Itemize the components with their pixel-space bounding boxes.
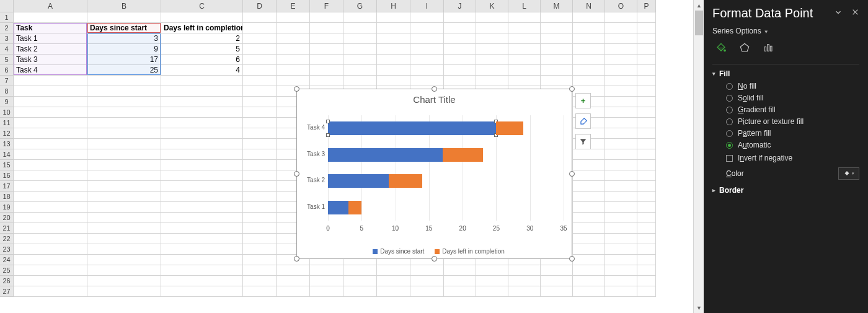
cell-O24[interactable]: [605, 255, 637, 265]
cell-C18[interactable]: [161, 192, 243, 202]
chart-bar-series1[interactable]: [328, 148, 443, 162]
cell-O5[interactable]: [605, 55, 637, 65]
cell-D10[interactable]: [243, 107, 277, 118]
cell-A17[interactable]: [14, 181, 87, 192]
cell-A23[interactable]: [14, 244, 87, 255]
select-all-corner[interactable]: [0, 0, 14, 12]
cell-D8[interactable]: [243, 86, 277, 97]
chart-resize-handle[interactable]: [569, 256, 575, 262]
cell-P15[interactable]: [637, 160, 656, 170]
scroll-thumb[interactable]: [695, 11, 703, 35]
chart-styles-button[interactable]: [575, 113, 591, 129]
radio-picture-fill[interactable]: Picture or texture fill: [726, 117, 859, 126]
cell-H2[interactable]: [377, 23, 410, 33]
cell-O14[interactable]: [605, 149, 637, 160]
cell-A12[interactable]: [14, 128, 87, 139]
chart-title[interactable]: Chart Title: [297, 89, 572, 107]
cell-C5[interactable]: 6: [161, 55, 243, 65]
row-header-2[interactable]: 2: [0, 23, 14, 33]
cell-P25[interactable]: [637, 265, 656, 276]
cell-G3[interactable]: [343, 33, 377, 44]
column-header-N[interactable]: N: [573, 0, 605, 12]
radio-solid-fill[interactable]: Solid fill: [726, 94, 859, 102]
cell-K25[interactable]: [476, 265, 508, 276]
cell-N27[interactable]: [573, 286, 605, 297]
checkbox-invert-negative[interactable]: Invert if negative: [726, 154, 859, 162]
cell-G1[interactable]: [343, 12, 377, 23]
column-header-P[interactable]: P: [637, 0, 656, 12]
cell-N20[interactable]: [573, 213, 605, 223]
cell-P4[interactable]: [637, 44, 656, 55]
cell-A15[interactable]: [14, 160, 87, 170]
cell-O8[interactable]: [605, 86, 637, 97]
radio-pattern-fill[interactable]: Pattern fill: [726, 129, 859, 138]
column-header-C[interactable]: C: [161, 0, 243, 12]
cell-N4[interactable]: [573, 44, 605, 55]
chart-resize-handle[interactable]: [569, 171, 575, 177]
cell-A25[interactable]: [14, 265, 87, 276]
cell-E7[interactable]: [277, 76, 310, 86]
cell-C7[interactable]: [161, 76, 243, 86]
cell-P26[interactable]: [637, 276, 656, 286]
column-header-G[interactable]: G: [343, 0, 377, 12]
row-header-11[interactable]: 11: [0, 118, 14, 128]
chart-elements-button[interactable]: +: [575, 93, 591, 108]
cell-J7[interactable]: [444, 76, 476, 86]
cell-O23[interactable]: [605, 244, 637, 255]
row-header-6[interactable]: 6: [0, 65, 14, 76]
cell-D20[interactable]: [243, 213, 277, 223]
cell-J4[interactable]: [444, 44, 476, 55]
cell-D15[interactable]: [243, 160, 277, 170]
cell-E2[interactable]: [277, 23, 310, 33]
cell-H27[interactable]: [377, 286, 410, 297]
data-point-handle[interactable]: [326, 120, 330, 123]
cell-E4[interactable]: [277, 44, 310, 55]
cell-B16[interactable]: [87, 170, 161, 181]
cell-F27[interactable]: [310, 286, 343, 297]
cell-G7[interactable]: [343, 76, 377, 86]
cell-O16[interactable]: [605, 170, 637, 181]
row-header-22[interactable]: 22: [0, 234, 14, 244]
row-header-16[interactable]: 16: [0, 170, 14, 181]
cell-O7[interactable]: [605, 76, 637, 86]
cell-O13[interactable]: [605, 139, 637, 149]
cell-L5[interactable]: [508, 55, 541, 65]
cell-B21[interactable]: [87, 223, 161, 234]
cell-O18[interactable]: [605, 192, 637, 202]
cell-B7[interactable]: [87, 76, 161, 86]
cell-I6[interactable]: [410, 65, 444, 76]
cell-B12[interactable]: [87, 128, 161, 139]
cell-O17[interactable]: [605, 181, 637, 192]
pane-collapse-button[interactable]: [834, 8, 843, 19]
cell-O15[interactable]: [605, 160, 637, 170]
cell-D2[interactable]: [243, 23, 277, 33]
cell-J6[interactable]: [444, 65, 476, 76]
cell-G25[interactable]: [343, 265, 377, 276]
cell-D26[interactable]: [243, 276, 277, 286]
cell-E5[interactable]: [277, 55, 310, 65]
chart-resize-handle[interactable]: [294, 256, 299, 262]
cell-P17[interactable]: [637, 181, 656, 192]
cell-O25[interactable]: [605, 265, 637, 276]
cell-A26[interactable]: [14, 276, 87, 286]
cell-O22[interactable]: [605, 234, 637, 244]
cell-D11[interactable]: [243, 118, 277, 128]
cell-J27[interactable]: [444, 286, 476, 297]
row-header-7[interactable]: 7: [0, 76, 14, 86]
column-header-I[interactable]: I: [410, 0, 444, 12]
cell-F2[interactable]: [310, 23, 343, 33]
cell-F3[interactable]: [310, 33, 343, 44]
cell-L2[interactable]: [508, 23, 541, 33]
cell-B1[interactable]: [87, 12, 161, 23]
cell-N24[interactable]: [573, 255, 605, 265]
cell-O11[interactable]: [605, 118, 637, 128]
cell-D14[interactable]: [243, 149, 277, 160]
cell-A16[interactable]: [14, 170, 87, 181]
data-point-handle[interactable]: [326, 133, 330, 137]
vertical-scrollbar[interactable]: ▲ ▼: [693, 0, 704, 313]
cell-K4[interactable]: [476, 44, 508, 55]
chart-bar-series1[interactable]: [328, 201, 348, 214]
cell-B11[interactable]: [87, 118, 161, 128]
cell-N19[interactable]: [573, 202, 605, 213]
cell-H4[interactable]: [377, 44, 410, 55]
